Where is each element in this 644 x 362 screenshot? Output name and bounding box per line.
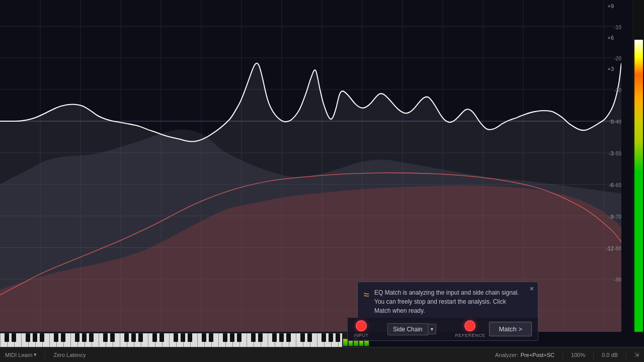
svg-rect-120 — [258, 333, 263, 342]
svg-text:-9: -9 — [609, 214, 614, 220]
zoom-section: 100% — [571, 352, 585, 358]
svg-text:-6: -6 — [609, 182, 614, 188]
status-separator-3 — [593, 351, 594, 359]
svg-rect-110 — [159, 333, 164, 342]
svg-text:-10: -10 — [614, 24, 621, 30]
svg-rect-114 — [202, 333, 206, 342]
svg-rect-107 — [131, 333, 136, 342]
status-bar: MIDI Learn ▾ Zero Latency Analyzer: Pre+… — [0, 347, 644, 362]
resize-handle[interactable]: ⇲ — [634, 351, 639, 358]
svg-rect-115 — [209, 333, 213, 342]
midi-learn-section: MIDI Learn ▾ — [5, 351, 37, 358]
midi-dropdown-arrow[interactable]: ▾ — [34, 351, 37, 358]
analyzer-value[interactable]: Pre+Post+SC — [521, 352, 554, 358]
svg-rect-80 — [247, 333, 247, 347]
piano-keyboard — [0, 333, 342, 347]
side-chain-dropdown[interactable]: ▾ — [428, 324, 436, 334]
svg-rect-106 — [124, 333, 129, 342]
reference-record-button[interactable] — [464, 320, 475, 331]
svg-text:0: 0 — [611, 119, 614, 125]
popup-message: EQ Match is analyzing the input and side… — [374, 288, 523, 315]
svg-rect-95 — [12, 333, 16, 342]
zero-latency-section: Zero Latency — [53, 352, 86, 358]
reference-section: REFERENCE — [455, 320, 485, 338]
svg-rect-125 — [307, 333, 312, 342]
svg-rect-99 — [54, 333, 58, 342]
side-chain-section: Side Chain ▾ — [373, 323, 451, 335]
svg-rect-76 — [218, 333, 219, 347]
svg-rect-111 — [174, 333, 178, 342]
svg-rect-118 — [237, 333, 242, 342]
svg-rect-117 — [230, 333, 234, 342]
svg-text:-70: -70 — [614, 214, 621, 220]
svg-rect-108 — [138, 333, 143, 342]
popup-close-button[interactable]: × — [530, 285, 534, 292]
svg-rect-116 — [223, 333, 227, 342]
svg-rect-62 — [120, 333, 120, 347]
midi-learn-label: MIDI Learn — [5, 352, 32, 358]
zoom-label[interactable]: 100% — [571, 352, 585, 358]
svg-rect-109 — [152, 333, 157, 342]
svg-text:-20: -20 — [614, 56, 621, 61]
svg-rect-121 — [272, 333, 277, 342]
svg-rect-103 — [89, 333, 94, 342]
zero-latency-label: Zero Latency — [53, 352, 86, 358]
svg-rect-66 — [148, 333, 148, 347]
svg-text:+6: +6 — [607, 34, 614, 40]
input-record-button[interactable] — [356, 320, 367, 331]
status-separator-2 — [562, 351, 563, 359]
status-separator-4 — [626, 351, 626, 359]
svg-text:+3: +3 — [607, 66, 614, 72]
svg-rect-96 — [26, 333, 30, 342]
svg-rect-112 — [181, 333, 185, 342]
db-level-section: 0.0 dB — [602, 352, 618, 358]
svg-rect-113 — [188, 333, 192, 342]
analyzer-label: Analyzer: — [495, 352, 518, 358]
svg-rect-73 — [197, 333, 198, 347]
input-label: INPUT — [354, 333, 369, 338]
svg-rect-105 — [110, 333, 115, 342]
db-level-label: 0.0 dB — [602, 352, 618, 358]
svg-rect-98 — [40, 333, 44, 342]
vu-meter — [633, 0, 644, 332]
svg-rect-102 — [82, 333, 87, 342]
match-button[interactable]: Match > — [489, 322, 532, 336]
svg-text:-90: -90 — [614, 277, 621, 283]
svg-text:-50: -50 — [614, 151, 621, 156]
svg-rect-59 — [99, 333, 99, 347]
svg-rect-55 — [70, 333, 71, 347]
svg-rect-94 — [5, 333, 9, 342]
svg-rect-128 — [336, 333, 340, 342]
svg-text:-40: -40 — [614, 119, 621, 125]
svg-text:-12: -12 — [606, 245, 614, 251]
svg-rect-119 — [251, 333, 256, 342]
svg-rect-90 — [317, 333, 317, 347]
svg-rect-97 — [33, 333, 37, 342]
svg-text:-60: -60 — [614, 183, 621, 188]
svg-rect-83 — [268, 333, 268, 347]
svg-rect-101 — [75, 333, 79, 342]
analyzer-section: Analyzer: Pre+Post+SC — [495, 352, 554, 358]
svg-rect-100 — [61, 333, 65, 342]
status-separator-1 — [45, 351, 45, 359]
svg-rect-123 — [286, 333, 291, 342]
svg-rect-124 — [300, 333, 305, 342]
app-container: +9 +6 +3 0 -3 -6 -9 -12 -10 -20 -30 -40 … — [0, 0, 644, 362]
svg-rect-127 — [329, 333, 333, 342]
popup-wave-icon: ≈ — [364, 289, 369, 301]
eq-match-popup: ≈ EQ Match is analyzing the input and si… — [357, 282, 538, 322]
svg-text:-80: -80 — [614, 245, 621, 251]
eq-match-controls: INPUT Side Chain ▾ REFERENCE Match > — [347, 318, 538, 341]
svg-rect-126 — [321, 333, 326, 342]
input-section: INPUT — [354, 320, 369, 338]
svg-rect-69 — [169, 333, 170, 347]
side-chain-button[interactable]: Side Chain — [387, 323, 428, 335]
svg-text:-30: -30 — [614, 87, 621, 93]
svg-text:-3: -3 — [609, 150, 614, 156]
svg-text:+9: +9 — [607, 3, 614, 9]
svg-rect-52 — [49, 333, 50, 347]
svg-rect-87 — [296, 333, 296, 347]
svg-rect-48 — [21, 333, 22, 347]
svg-rect-122 — [279, 333, 284, 342]
svg-rect-45 — [0, 333, 1, 347]
